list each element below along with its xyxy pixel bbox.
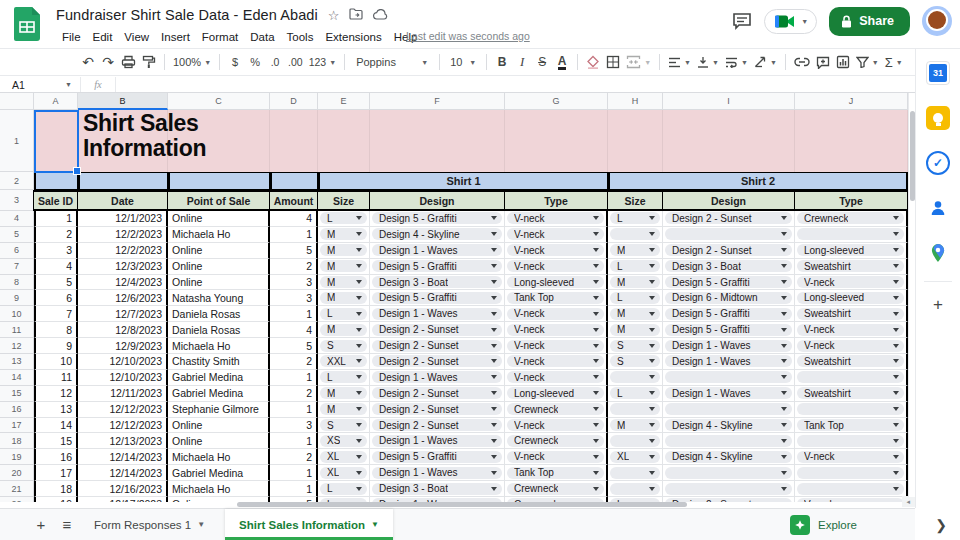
cell-point-of-sale[interactable]: Natasha Young [168, 290, 270, 306]
row-number[interactable]: 13 [0, 354, 34, 370]
cell-sale-id[interactable]: 14 [34, 418, 78, 434]
menu-item[interactable]: Extensions [319, 28, 387, 46]
cell-shirt1-size[interactable]: L [318, 370, 370, 386]
cell-date[interactable]: 12/1/2023 [78, 211, 168, 227]
field-header[interactable]: Point of Sale [167, 190, 270, 211]
cell-date[interactable]: 12/2/2023 [78, 243, 168, 259]
row-number[interactable]: 17 [0, 418, 34, 434]
cell-date[interactable]: 12/2/2023 [78, 227, 168, 243]
cell-shirt2-size[interactable] [608, 481, 663, 497]
field-header[interactable]: Type [504, 190, 608, 211]
format-percent-button[interactable]: % [245, 51, 265, 73]
cell-date[interactable]: 12/3/2023 [78, 259, 168, 275]
cell-shirt2-design[interactable]: Design 5 - Graffiti [663, 275, 795, 291]
cell-shirt2-type[interactable]: Long-sleeved [795, 290, 908, 306]
column-header[interactable]: F [370, 93, 505, 110]
row-number[interactable]: 18 [0, 433, 34, 449]
cell-amount[interactable]: 1 [270, 465, 318, 481]
row-number[interactable]: 4 [0, 211, 34, 227]
cell-sale-id[interactable]: 15 [34, 433, 78, 449]
row-number[interactable]: 12 [0, 338, 34, 354]
cell-shirt1-type[interactable]: Tank Top [505, 465, 608, 481]
functions-button[interactable]: Σ▼ [882, 51, 906, 73]
keep-icon[interactable] [926, 106, 950, 130]
cell-date[interactable]: 12/12/2023 [78, 402, 168, 418]
sheets-logo[interactable] [14, 7, 40, 41]
format-currency-button[interactable]: $ [225, 51, 245, 73]
cell-shirt2-size[interactable]: M [608, 306, 663, 322]
row-number[interactable]: 10 [0, 306, 34, 322]
cell-date[interactable]: 12/14/2023 [78, 449, 168, 465]
document-title[interactable]: Fundraiser Shirt Sale Data - Eden Abadi [56, 7, 318, 23]
increase-decimal-button[interactable]: .00 [285, 51, 306, 73]
insert-chart-icon[interactable] [833, 51, 853, 73]
text-wrap-icon[interactable]: ▼ [722, 51, 751, 73]
cell-shirt1-size[interactable]: M [318, 243, 370, 259]
cell-sale-id[interactable]: 13 [34, 402, 78, 418]
filter-icon[interactable]: ▼ [853, 51, 882, 73]
cell-sale-id[interactable]: 8 [34, 322, 78, 338]
cell-sale-id[interactable]: 10 [34, 354, 78, 370]
zoom-select[interactable]: 100%▼ [170, 51, 214, 73]
menu-item[interactable]: Edit [87, 28, 119, 46]
cell-shirt1-type[interactable]: Long-sleeved [505, 386, 608, 402]
cell-shirt2-size[interactable] [608, 433, 663, 449]
cell-shirt2-size[interactable] [608, 227, 663, 243]
cell-amount[interactable]: 5 [270, 338, 318, 354]
cell-shirt2-design[interactable]: Design 2 - Sunset [663, 211, 795, 227]
cell-shirt1-size[interactable]: M [318, 275, 370, 291]
column-header[interactable]: C [168, 93, 270, 110]
cell-shirt2-size[interactable]: S [608, 354, 663, 370]
cell-shirt2-size[interactable]: XL [608, 449, 663, 465]
cell-sale-id[interactable]: 11 [34, 370, 78, 386]
cell-shirt1-size[interactable]: M [318, 227, 370, 243]
cell-date[interactable]: 12/4/2023 [78, 275, 168, 291]
cell-shirt2-design[interactable] [663, 465, 795, 481]
cell-shirt1-size[interactable]: S [318, 418, 370, 434]
share-button[interactable]: Share [829, 7, 910, 36]
cell-shirt2-size[interactable]: L [608, 386, 663, 402]
field-header[interactable]: Date [77, 190, 168, 211]
cell-amount[interactable]: 3 [270, 290, 318, 306]
shirt1-group-header[interactable]: Shirt 1 [318, 172, 608, 190]
cell-shirt2-type[interactable]: Sweatshirt [795, 386, 908, 402]
cell-shirt1-size[interactable]: L [318, 211, 370, 227]
cell-sale-id[interactable]: 12 [34, 386, 78, 402]
cell-shirt1-size[interactable]: L [318, 306, 370, 322]
cell-shirt1-type[interactable]: V-neck [505, 338, 608, 354]
cell-shirt2-type[interactable] [795, 370, 908, 386]
cell-shirt1-design[interactable]: Design 3 - Boat [370, 275, 505, 291]
cell[interactable] [168, 172, 270, 190]
cell-shirt2-design[interactable]: Design 1 - Waves [663, 354, 795, 370]
column-header[interactable]: D [270, 93, 318, 110]
cell-shirt2-design[interactable] [663, 481, 795, 497]
cell-shirt1-type[interactable]: Crewneck [505, 402, 608, 418]
vertical-scrollbar[interactable] [908, 93, 915, 497]
cell-shirt2-design[interactable] [663, 370, 795, 386]
insert-comment-icon[interactable] [813, 51, 833, 73]
selected-cell-outline[interactable] [34, 110, 79, 173]
cell-point-of-sale[interactable]: Michaela Ho [168, 338, 270, 354]
text-color-button[interactable]: A [558, 55, 567, 70]
meet-icon[interactable]: ▼ [764, 9, 817, 34]
cell-amount[interactable]: 1 [270, 402, 318, 418]
cell-shirt1-size[interactable]: XXL [318, 354, 370, 370]
cell-amount[interactable]: 1 [270, 306, 318, 322]
cell-sale-id[interactable]: 9 [34, 338, 78, 354]
row-number[interactable]: 14 [0, 370, 34, 386]
cell-shirt2-size[interactable] [608, 370, 663, 386]
cell-shirt1-design[interactable]: Design 5 - Graffiti [370, 290, 505, 306]
collapse-panel-icon[interactable]: ❯ [930, 514, 952, 536]
fill-color-icon[interactable] [583, 51, 603, 73]
paint-format-icon[interactable] [139, 51, 159, 73]
insert-link-icon[interactable] [791, 51, 813, 73]
row-number[interactable]: 16 [0, 402, 34, 418]
cell-date[interactable]: 12/8/2023 [78, 322, 168, 338]
cell-shirt1-size[interactable]: M [318, 259, 370, 275]
cell-shirt1-design[interactable]: Design 1 - Waves [370, 306, 505, 322]
cell-shirt2-type[interactable] [795, 481, 908, 497]
cell[interactable] [34, 172, 78, 190]
cell-shirt2-design[interactable]: Design 5 - Graffiti [663, 322, 795, 338]
all-sheets-icon[interactable]: ≡ [54, 512, 80, 538]
cell-shirt2-type[interactable]: Sweatshirt [795, 259, 908, 275]
